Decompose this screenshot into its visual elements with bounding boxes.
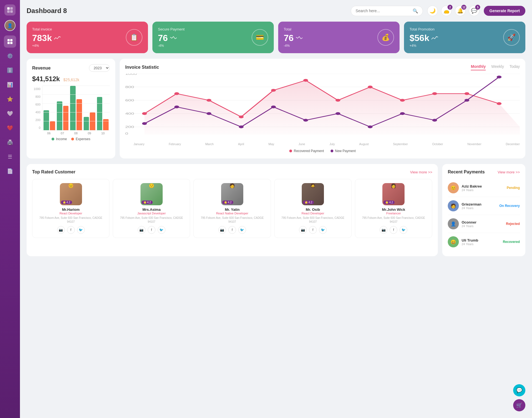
customer-name-3: Mr. Osib bbox=[277, 207, 349, 212]
tab-weekly[interactable]: Weekly bbox=[491, 64, 504, 70]
stat-card-promotion: Total Promotion $56k +4% 🚀 bbox=[404, 22, 525, 53]
new-payment-dot bbox=[331, 150, 333, 152]
social-instagram-2[interactable]: 📷 bbox=[218, 226, 226, 234]
invoice-tabs: Monthly Weekly Today bbox=[471, 64, 520, 70]
stat-label-2: Total bbox=[284, 27, 394, 31]
social-facebook-1[interactable]: f bbox=[148, 226, 155, 234]
social-twitter-0[interactable]: 🐦 bbox=[77, 226, 85, 234]
svg-point-40 bbox=[400, 112, 405, 115]
social-twitter-3[interactable]: 🐦 bbox=[319, 226, 327, 234]
search-bar[interactable]: 🔍 bbox=[351, 6, 423, 16]
social-facebook-3[interactable]: f bbox=[309, 226, 317, 234]
customer-socials-2: 📷 f 🐦 bbox=[196, 226, 268, 234]
svg-rect-2 bbox=[7, 10, 10, 13]
customer-address-2: 795 Folsom Ave, Suite 600 San Francisco,… bbox=[196, 216, 268, 224]
bar-group-4 bbox=[97, 97, 109, 130]
svg-point-43 bbox=[497, 76, 502, 78]
sidebar-item-docs[interactable]: 📄 bbox=[4, 165, 16, 177]
stat-icon-1: 💳 bbox=[252, 29, 268, 46]
payment-avatar-1: 🧑 bbox=[448, 200, 459, 211]
sidebar-item-menu[interactable]: ☰ bbox=[4, 151, 16, 163]
bar-expense-4 bbox=[103, 119, 109, 130]
sidebar-item-heart2[interactable]: ❤️ bbox=[4, 122, 16, 134]
bar-group-2 bbox=[70, 86, 82, 130]
stat-card-secure-payment: Secure Payment 76 -4% 💳 bbox=[152, 22, 274, 53]
legend-recovered: Recovered Payment bbox=[289, 149, 324, 153]
customer-name-2: Mr. Yatin bbox=[196, 207, 268, 212]
x-label-aug: August bbox=[359, 142, 369, 146]
sidebar-item-info[interactable]: ℹ️ bbox=[4, 64, 16, 76]
payment-name-2: Oconner bbox=[462, 220, 503, 224]
customer-role-4: Freelancer bbox=[358, 212, 429, 215]
search-input[interactable] bbox=[355, 9, 410, 13]
sidebar-item-star[interactable]: ⭐ bbox=[4, 93, 16, 105]
x-label-nov: November bbox=[467, 142, 482, 146]
svg-text:0: 0 bbox=[125, 132, 128, 135]
year-select[interactable]: 202320222021 bbox=[89, 64, 110, 72]
sidebar-item-heart[interactable]: 🤍 bbox=[4, 107, 16, 120]
revenue-values: $41,512k $25,612k bbox=[32, 75, 110, 83]
customers-view-more[interactable]: View more >> bbox=[410, 170, 432, 174]
sidebar-item-print[interactable]: 🖨️ bbox=[4, 136, 16, 148]
customer-card-0: 😊 ⭐ 4.2 Mr.Hariom React Developer 795 Fo… bbox=[32, 179, 109, 238]
line-chart-container: 1000 800 600 400 200 0 bbox=[125, 74, 520, 153]
sidebar-logo[interactable] bbox=[4, 4, 16, 16]
customer-role-2: React Native Developer bbox=[196, 212, 268, 215]
payment-info-0: Aziz Bakree 24 Years bbox=[462, 184, 504, 192]
social-facebook-2[interactable]: f bbox=[228, 226, 236, 234]
chat-btn[interactable]: 💬 5 bbox=[469, 6, 479, 16]
social-instagram-3[interactable]: 📷 bbox=[299, 226, 307, 234]
generate-report-button[interactable]: Generate Report bbox=[484, 6, 525, 16]
svg-point-25 bbox=[303, 79, 308, 82]
theme-toggle[interactable]: 🌙 bbox=[427, 6, 438, 16]
social-instagram-0[interactable]: 📷 bbox=[57, 226, 65, 234]
svg-point-32 bbox=[142, 122, 147, 125]
svg-point-39 bbox=[368, 125, 372, 128]
customer-card-2: 🧑 ⭐ 4.2 Mr. Yatin React Native Developer… bbox=[193, 179, 271, 238]
tab-today[interactable]: Today bbox=[510, 64, 520, 70]
header-icons: 🌙 👝 2 🔔 12 💬 5 bbox=[427, 6, 479, 16]
cart-float-btn[interactable]: 🛒 bbox=[513, 399, 525, 411]
expenses-dot bbox=[71, 138, 74, 140]
customer-avatar-2: 🧑 ⭐ 4.2 bbox=[221, 183, 243, 205]
customer-rating-2: ⭐ 4.2 bbox=[222, 201, 233, 204]
social-twitter-2[interactable]: 🐦 bbox=[238, 226, 246, 234]
bell-btn[interactable]: 🔔 12 bbox=[455, 6, 466, 16]
payments-view-more[interactable]: View more >> bbox=[498, 170, 520, 174]
support-float-btn[interactable]: 💬 bbox=[513, 384, 525, 396]
bar-expense-1 bbox=[63, 106, 69, 130]
search-icon: 🔍 bbox=[413, 8, 418, 14]
bar-income-1 bbox=[57, 101, 62, 130]
customer-rating-0: ⭐ 4.2 bbox=[61, 201, 72, 204]
sidebar-item-activity[interactable]: 📊 bbox=[4, 79, 16, 91]
social-twitter-4[interactable]: 🐦 bbox=[400, 226, 407, 234]
social-instagram-1[interactable]: 📷 bbox=[138, 226, 145, 234]
social-facebook-0[interactable]: f bbox=[67, 226, 75, 234]
social-twitter-1[interactable]: 🐦 bbox=[158, 226, 165, 234]
income-dot bbox=[52, 138, 54, 140]
sidebar-item-settings[interactable]: ⚙️ bbox=[4, 50, 16, 62]
svg-rect-0 bbox=[7, 7, 10, 10]
payment-name-3: Uli Trumb bbox=[462, 238, 500, 242]
wallet-btn[interactable]: 👝 2 bbox=[441, 6, 452, 16]
legend-new-payment: New Payment bbox=[331, 149, 356, 153]
social-instagram-4[interactable]: 📷 bbox=[380, 226, 387, 234]
svg-point-22 bbox=[206, 99, 211, 102]
customer-name-0: Mr.Hariom bbox=[35, 207, 106, 212]
bell-badge: 12 bbox=[461, 5, 466, 10]
bar-expense-3 bbox=[90, 112, 95, 130]
legend-income: Income bbox=[52, 137, 67, 141]
sidebar-item-dashboard[interactable] bbox=[4, 35, 16, 48]
user-avatar[interactable]: 👤 bbox=[4, 20, 16, 31]
tab-monthly[interactable]: Monthly bbox=[471, 64, 486, 70]
stat-card-total-invoice: Total invoice 783k +4% 📋 bbox=[27, 22, 148, 53]
customer-socials-0: 📷 f 🐦 bbox=[35, 226, 106, 234]
svg-point-20 bbox=[142, 112, 147, 115]
social-facebook-4[interactable]: f bbox=[390, 226, 397, 234]
customer-name-4: Mr.John Wick bbox=[358, 207, 429, 212]
payment-age-0: 24 Years bbox=[462, 188, 504, 192]
x-label-jun: June bbox=[298, 142, 305, 146]
payment-status-0: Pending bbox=[507, 186, 520, 190]
svg-point-41 bbox=[432, 119, 437, 122]
customer-card-1: 🙂 ⭐ 4.2 Mrs.Asima Javascript Developer 7… bbox=[113, 179, 190, 238]
